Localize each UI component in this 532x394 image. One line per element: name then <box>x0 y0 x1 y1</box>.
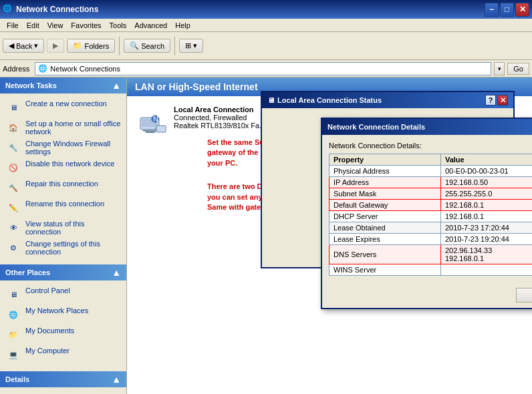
lan-status-title: 🖥 Local Area Connection Status ? ✕ <box>262 92 513 108</box>
my-documents-icon: 📁 <box>5 327 21 343</box>
change-settings-item[interactable]: ⚙ Change settings of this connection <box>0 238 126 258</box>
folder-icon: 📁 <box>73 41 82 50</box>
property-cell: Default Gateway <box>329 200 441 211</box>
network-tasks-content: 🖥 Create a new connection 🏠 Set up a hom… <box>0 93 126 262</box>
property-cell: Lease Obtained <box>329 222 441 234</box>
table-row: Physical Address00-E0-D0-00-23-01 <box>329 166 533 177</box>
table-row: DNS Servers202.96.134.33192.168.0.1 <box>329 245 533 264</box>
details-dialog-label: Network Connection Details: <box>329 142 532 150</box>
disable-item[interactable]: 🚫 Disable this network device <box>0 158 126 178</box>
lan-status-controls: ? ✕ <box>485 95 508 106</box>
back-button[interactable]: ◀ Back ▾ <box>3 39 44 53</box>
view-icon: ⊞ <box>185 41 191 50</box>
my-documents-label: My Documents <box>25 327 74 335</box>
details-collapse-icon: ▲ <box>112 374 121 385</box>
network-tasks-header[interactable]: Network Tasks ▲ <box>0 77 126 93</box>
details-table: Property Value Physical Address00-E0-D0-… <box>329 154 532 276</box>
repair-label: Repair this connection <box>25 180 98 188</box>
control-panel-item[interactable]: 🖥 Control Panel <box>0 284 126 305</box>
view-status-label: View status of this connection <box>25 220 121 236</box>
col-property: Property <box>329 154 441 166</box>
create-connection-item[interactable]: 🖥 Create a new connection <box>0 97 126 118</box>
other-places-header[interactable]: Other Places ▲ <box>0 264 126 280</box>
minimize-button[interactable]: − <box>485 3 499 17</box>
rename-label: Rename this connection <box>25 200 104 208</box>
address-dropdown[interactable]: ▾ <box>494 62 505 75</box>
setup-home-label: Set up a home or small office network <box>25 120 121 136</box>
property-cell: Subnet Mask <box>329 188 441 200</box>
window-controls: − □ ✕ <box>485 3 529 17</box>
details-dialog-footer: Close <box>322 282 532 308</box>
my-computer-icon: 💻 <box>5 347 21 363</box>
rename-item[interactable]: ✏️ Rename this connection <box>0 198 126 218</box>
address-icon: 🌐 <box>38 64 47 73</box>
setup-home-icon: 🏠 <box>5 120 21 136</box>
back-dropdown-icon: ▾ <box>34 41 38 50</box>
my-computer-label: My Computer <box>25 347 70 355</box>
firewall-label: Change Windows Firewall settings <box>25 140 121 156</box>
menu-help[interactable]: Help <box>171 21 194 30</box>
property-cell: DHCP Server <box>329 211 441 222</box>
my-documents-item[interactable]: 📁 My Documents <box>0 325 126 345</box>
toolbar-separator <box>119 37 120 55</box>
table-row: IP Address192.168.0.50 <box>329 177 533 188</box>
dialog-overlay: 🖥 Local Area Connection Status ? ✕ Close… <box>127 77 532 394</box>
change-settings-icon: ⚙ <box>5 240 21 256</box>
window-title: Network Connections <box>16 5 485 14</box>
details-header[interactable]: Details ▲ <box>0 371 126 387</box>
my-computer-item[interactable]: 💻 My Computer <box>0 345 126 365</box>
table-row: DHCP Server192.168.0.1 <box>329 211 533 222</box>
col-value: Value <box>440 154 532 166</box>
value-cell: 192.168.0.50 <box>440 177 532 188</box>
rename-icon: ✏️ <box>5 200 21 216</box>
go-button[interactable]: Go <box>507 63 529 75</box>
menu-edit[interactable]: Edit <box>23 21 43 30</box>
left-panel: Network Tasks ▲ 🖥 Create a new connectio… <box>0 77 127 394</box>
details-label: Details <box>5 375 29 383</box>
details-dialog-body: Network Connection Details: Property Val… <box>322 135 532 282</box>
menu-favorites[interactable]: Favorites <box>67 21 105 30</box>
value-cell: 00-E0-D0-00-23-01 <box>440 166 532 177</box>
maximize-button[interactable]: □ <box>500 3 514 17</box>
toolbar-separator-2 <box>174 37 175 55</box>
property-cell: Physical Address <box>329 166 441 177</box>
lan-status-title-text: Local Area Connection Status <box>277 96 382 104</box>
search-icon: 🔍 <box>130 41 139 50</box>
disable-icon: 🚫 <box>5 160 21 176</box>
my-network-item[interactable]: 🌐 My Network Places <box>0 305 126 325</box>
value-cell: 192.168.0.1 <box>440 200 532 211</box>
table-row: Lease Obtained2010-7-23 17:20:44 <box>329 222 533 234</box>
address-arrows: ▾ <box>494 62 505 75</box>
firewall-item[interactable]: 🔧 Change Windows Firewall settings <box>0 138 126 158</box>
search-button[interactable]: 🔍 Search <box>124 39 170 53</box>
lan-status-close-button[interactable]: ✕ <box>497 95 508 106</box>
setup-home-item[interactable]: 🏠 Set up a home or small office network <box>0 118 126 138</box>
forward-button[interactable]: ▶ <box>47 39 64 53</box>
details-dialog-title-text: Network Connection Details <box>327 123 425 131</box>
menu-advanced[interactable]: Advanced <box>130 21 171 30</box>
table-row: Subnet Mask255.255.255.0 <box>329 188 533 200</box>
close-button[interactable]: ✕ <box>515 3 529 17</box>
repair-item[interactable]: 🔨 Repair this connection <box>0 178 126 198</box>
lan-status-help-button[interactable]: ? <box>485 95 496 106</box>
property-cell: Lease Expires <box>329 234 441 245</box>
menu-view[interactable]: View <box>43 21 68 30</box>
table-row: WINS Server <box>329 264 533 276</box>
address-label: Address <box>3 65 32 73</box>
value-cell <box>440 264 532 276</box>
lan-status-icon: 🖥 <box>267 96 275 104</box>
details-close-btn[interactable]: Close <box>516 288 532 303</box>
menu-file[interactable]: File <box>3 21 23 30</box>
address-field[interactable]: 🌐 Network Connections <box>35 62 491 75</box>
main-layout: Network Tasks ▲ 🖥 Create a new connectio… <box>0 77 532 394</box>
view-button[interactable]: ⊞ ▾ <box>179 39 203 53</box>
view-dropdown-icon: ▾ <box>193 41 197 50</box>
folders-button[interactable]: 📁 Folders <box>67 39 115 53</box>
address-value: Network Connections <box>50 65 120 73</box>
other-places-collapse-icon: ▲ <box>112 267 121 278</box>
disable-label: Disable this network device <box>25 160 114 168</box>
view-status-item[interactable]: 👁 View status of this connection <box>0 218 126 238</box>
other-places-label: Other Places <box>5 268 50 276</box>
toolbar: ◀ Back ▾ ▶ 📁 Folders 🔍 Search ⊞ ▾ <box>0 32 532 60</box>
menu-tools[interactable]: Tools <box>106 21 131 30</box>
